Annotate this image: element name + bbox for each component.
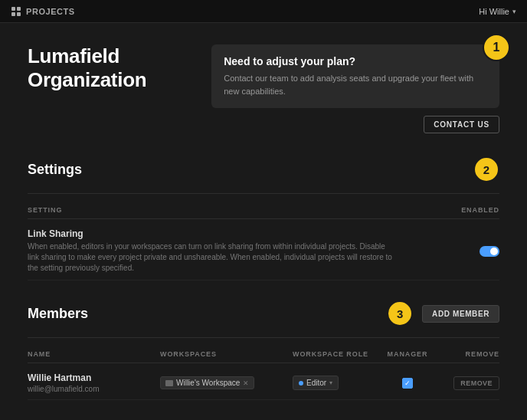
member-row: Willie Hartman willie@lumafield.com Will… [28, 366, 499, 400]
member-role-cell: Editor ▾ [293, 376, 377, 390]
settings-title: Settings [28, 162, 82, 178]
role-chevron-icon: ▾ [329, 379, 332, 386]
projects-logo-icon [11, 6, 21, 17]
settings-divider [28, 193, 499, 194]
member-name: Willie Hartman [28, 372, 160, 383]
workspace-icon [165, 380, 173, 386]
settings-table-header: SETTING ENABLED [28, 202, 499, 219]
workspace-tag-label: Willie's Workspace [176, 379, 240, 387]
col-remove-label: REMOVE [438, 350, 499, 358]
settings-header: Settings 2 [28, 156, 499, 182]
member-workspaces-cell: Willie's Workspace ✕ [160, 376, 293, 389]
col-role-label: WORKSPACE ROLE [293, 350, 377, 358]
badge-2: 2 [473, 156, 499, 182]
svg-rect-2 [11, 12, 15, 16]
svg-rect-3 [17, 12, 21, 16]
settings-section: Settings 2 SETTING ENABLED Link Sharing … [28, 156, 499, 281]
role-label: Editor [306, 379, 326, 387]
col-manager-label: MANAGER [377, 350, 438, 358]
svg-rect-1 [17, 7, 21, 11]
add-member-button[interactable]: ADD MEMBER [422, 305, 499, 323]
plan-box-wrap: Need to adjust your plan? Contact our te… [211, 44, 499, 133]
user-greeting: Hi Willie [479, 7, 509, 16]
workspace-tag: Willie's Workspace ✕ [160, 376, 254, 389]
org-title-wrap: Lumafield Organization [28, 44, 211, 92]
badge-1: 1 [483, 34, 510, 61]
manager-checkbox-wrap [377, 378, 438, 389]
plan-desc: Contact our team to add analysis seats a… [224, 72, 487, 97]
topbar-title: PROJECTS [26, 7, 75, 16]
manager-checkbox[interactable] [402, 378, 413, 389]
main-content: Lumafield Organization Need to adjust yo… [0, 23, 527, 420]
members-header: Members 3 ADD MEMBER [28, 300, 499, 326]
col-setting-label: SETTING [28, 206, 438, 214]
col-workspaces-label: WORKSPACES [160, 350, 293, 358]
contact-us-button[interactable]: CONTACT US [424, 116, 499, 133]
topbar-left: PROJECTS [11, 6, 75, 17]
members-section: Members 3 ADD MEMBER NAME WORKSPACES WOR… [28, 300, 499, 400]
topbar: PROJECTS Hi Willie ▾ [0, 0, 527, 23]
member-manager-cell [377, 378, 438, 389]
link-sharing-desc: When enabled, editors in your workspaces… [28, 241, 395, 274]
member-email: willie@lumafield.com [28, 385, 160, 393]
badge-3: 3 [387, 300, 413, 326]
contact-btn-wrap: CONTACT US [424, 116, 499, 133]
toggle-wrap [438, 246, 499, 257]
member-remove-button[interactable]: REMOVE [453, 376, 499, 390]
col-enabled-label: ENABLED [438, 206, 499, 214]
workspace-remove-icon[interactable]: ✕ [243, 379, 249, 387]
members-table-header: NAME WORKSPACES WORKSPACE ROLE MANAGER R… [28, 346, 499, 363]
members-divider [28, 337, 499, 338]
member-remove-cell: REMOVE [438, 376, 499, 390]
link-sharing-toggle[interactable] [480, 246, 499, 257]
header-section: Lumafield Organization Need to adjust yo… [28, 44, 499, 133]
settings-row-link-sharing: Link Sharing When enabled, editors in yo… [28, 222, 499, 281]
plan-title: Need to adjust your plan? [224, 55, 487, 67]
org-title: Lumafield Organization [28, 44, 211, 92]
col-name-label: NAME [28, 350, 160, 358]
role-dot-icon [299, 381, 303, 386]
members-title: Members [28, 306, 88, 322]
chevron-down-icon[interactable]: ▾ [512, 8, 516, 15]
plan-box: Need to adjust your plan? Contact our te… [211, 44, 499, 108]
member-name-cell: Willie Hartman willie@lumafield.com [28, 372, 160, 393]
link-sharing-cell: Link Sharing When enabled, editors in yo… [28, 228, 438, 274]
svg-rect-0 [11, 7, 15, 11]
role-select[interactable]: Editor ▾ [293, 376, 339, 390]
topbar-right: Hi Willie ▾ [479, 7, 516, 16]
link-sharing-name: Link Sharing [28, 228, 438, 239]
